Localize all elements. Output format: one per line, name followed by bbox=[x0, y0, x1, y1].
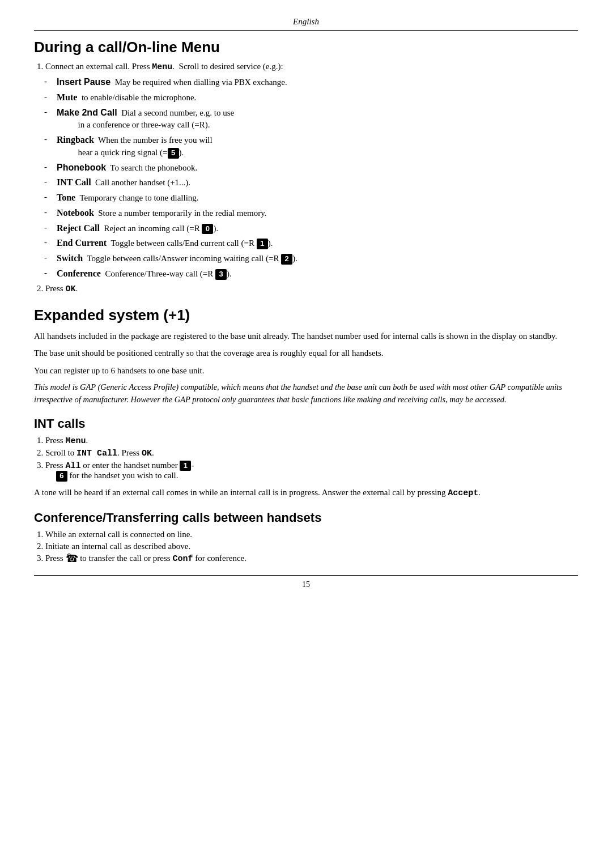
page-header: English bbox=[34, 17, 578, 31]
expanded-para-4-italic: This model is GAP (Generic Access Profil… bbox=[34, 381, 578, 406]
section-title-int-calls: INT calls bbox=[34, 416, 578, 431]
list-item-reject-call: Reject Call Reject an incoming call (=R … bbox=[40, 222, 578, 235]
section-int-calls: INT calls Press Menu. Scroll to INT Call… bbox=[34, 416, 578, 500]
svg-text:☎: ☎ bbox=[66, 554, 78, 564]
phone-transfer-icon: ☎ bbox=[65, 554, 78, 564]
int-step-3: Press All or enter the handset number 1-… bbox=[45, 461, 578, 482]
list-item-phonebook: Phonebook To search the phonebook. bbox=[40, 161, 578, 175]
list-item-notebook: Notebook Store a number temporarily in t… bbox=[40, 206, 578, 220]
conf-step-1: While an external call is connected on l… bbox=[45, 530, 578, 539]
int-step-1: Press Menu. bbox=[45, 436, 578, 446]
conf-step-2: Initiate an internal call as described a… bbox=[45, 542, 578, 551]
section-during-call: During a call/On-line Menu Connect an ex… bbox=[34, 39, 578, 294]
list-item-int-call: INT Call Call another handset (+1...). bbox=[40, 176, 578, 189]
page-footer: 15 bbox=[34, 575, 578, 589]
list-item-ringback: Ringback When the number is free you wil… bbox=[40, 133, 578, 159]
step-2-press-ok: Press OK. bbox=[45, 284, 578, 294]
list-item-make-2nd-call: Make 2nd Call Dial a second number, e.g.… bbox=[40, 106, 578, 132]
list-item-insert-pause: Insert Pause May be required when dialli… bbox=[40, 75, 578, 89]
step-1-connect: Connect an external call. Press Menu. Sc… bbox=[45, 62, 578, 72]
list-item-tone: Tone Temporary change to tone dialling. bbox=[40, 191, 578, 205]
section-title-expanded: Expanded system (+1) bbox=[34, 307, 578, 324]
list-item-switch: Switch Toggle between calls/Answer incom… bbox=[40, 252, 578, 265]
section-title-during-call: During a call/On-line Menu bbox=[34, 39, 578, 56]
section-conference-transfer: Conference/Transferring calls between ha… bbox=[34, 510, 578, 564]
expanded-para-2: The base unit should be positioned centr… bbox=[34, 347, 578, 360]
int-para-1: A tone will be heard if an external call… bbox=[34, 486, 578, 500]
section-expanded-system: Expanded system (+1) All handsets includ… bbox=[34, 307, 578, 406]
list-item-conference: Conference Conference/Three-way call (=R… bbox=[40, 267, 578, 280]
expanded-para-3: You can register up to 6 handsets to one… bbox=[34, 364, 578, 377]
list-item-mute: Mute to enable/disable the microphone. bbox=[40, 91, 578, 104]
conf-step-3: Press ☎ to transfer the call or press Co… bbox=[45, 554, 578, 564]
page-number: 15 bbox=[302, 580, 310, 589]
expanded-para-1: All handsets included in the package are… bbox=[34, 330, 578, 343]
list-item-end-current: End Current Toggle between calls/End cur… bbox=[40, 236, 578, 250]
section-title-conference: Conference/Transferring calls between ha… bbox=[34, 510, 578, 525]
int-step-2: Scroll to INT Call. Press OK. bbox=[45, 448, 578, 458]
